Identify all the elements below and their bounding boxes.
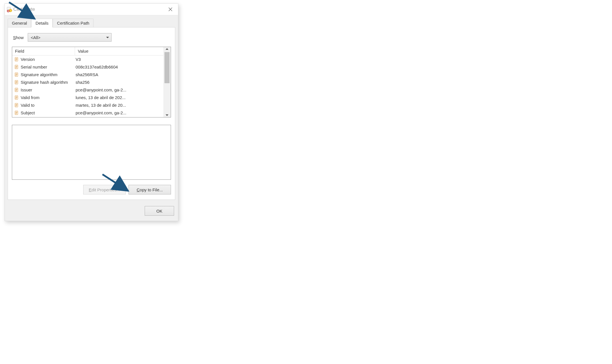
svg-rect-21: [16, 90, 17, 90]
show-filter-row: Show <All>: [13, 33, 171, 42]
svg-rect-30: [16, 106, 17, 106]
svg-rect-6: [16, 60, 17, 60]
svg-rect-10: [16, 68, 17, 68]
annotation-arrow-tab: [8, 1, 39, 22]
property-icon: [14, 103, 19, 108]
show-label: Show: [13, 35, 24, 40]
property-icon: [14, 57, 19, 62]
close-button[interactable]: [164, 5, 177, 14]
svg-rect-20: [16, 89, 17, 89]
row-field: Signature algorithm: [12, 72, 75, 77]
fields-header: Field Value: [12, 47, 171, 55]
scroll-down-icon[interactable]: [166, 114, 168, 116]
svg-rect-4: [16, 58, 17, 59]
copy-to-file-button[interactable]: Copy to File...: [129, 185, 171, 194]
svg-line-36: [102, 174, 128, 191]
scroll-up-icon[interactable]: [166, 48, 168, 50]
svg-line-35: [9, 2, 35, 19]
header-value[interactable]: Value: [75, 47, 171, 55]
svg-rect-5: [16, 59, 17, 59]
row-value: sha256: [75, 80, 163, 85]
ok-button[interactable]: OK: [145, 206, 174, 216]
row-value: pce@anypoint.com, ga-2...: [75, 110, 163, 115]
property-icon: [14, 111, 19, 115]
table-row[interactable]: Valid fromlunes, 13 de abril de 202...: [12, 94, 163, 101]
row-field: Signature hash algorithm: [12, 80, 75, 85]
show-dropdown-value: <All>: [31, 35, 40, 40]
row-value: pce@anypoint.com, ga-2...: [75, 87, 163, 92]
svg-rect-29: [16, 105, 17, 105]
dialog-footer: OK: [5, 202, 178, 221]
row-field: Valid from: [12, 95, 75, 100]
svg-rect-12: [16, 74, 17, 74]
table-row[interactable]: Signature hash algorithmsha256: [12, 78, 163, 86]
dialog-body: General Details Certification Path Show …: [5, 15, 178, 221]
svg-rect-22: [16, 91, 17, 91]
row-field: Subject: [12, 110, 75, 115]
chevron-down-icon: [106, 37, 109, 38]
svg-rect-25: [16, 97, 17, 98]
row-field-text: Subject: [21, 110, 35, 115]
annotation-arrow-copy: [101, 173, 132, 195]
table-row[interactable]: Subjectpce@anypoint.com, ga-2...: [12, 109, 163, 117]
row-field-text: Valid from: [21, 95, 39, 100]
property-icon: [14, 72, 19, 77]
table-row[interactable]: Serial number008c3137ea62db6604: [12, 63, 163, 71]
svg-rect-33: [16, 113, 17, 113]
table-row[interactable]: Issuerpce@anypoint.com, ga-2...: [12, 86, 163, 94]
row-field-text: Serial number: [21, 65, 47, 69]
table-row[interactable]: Signature algorithmsha256RSA: [12, 71, 163, 78]
row-value: 008c3137ea62db6604: [75, 65, 163, 69]
svg-rect-28: [16, 104, 17, 104]
field-detail-box: [12, 125, 171, 180]
svg-rect-8: [16, 66, 17, 66]
panel-button-row: Edit Properties... Copy to File...: [12, 185, 171, 194]
scrollbar[interactable]: [163, 47, 171, 117]
header-field[interactable]: Field: [12, 47, 75, 55]
row-field: Version: [12, 57, 75, 62]
row-value: V3: [75, 57, 163, 62]
property-icon: [14, 95, 19, 100]
svg-rect-17: [16, 82, 17, 82]
row-field: Serial number: [12, 65, 75, 69]
row-value: sha256RSA: [75, 72, 163, 77]
fields-rows: VersionV3Serial number008c3137ea62db6604…: [12, 55, 163, 117]
property-icon: [14, 80, 19, 85]
show-dropdown[interactable]: <All>: [28, 33, 112, 42]
table-row[interactable]: Valid tomartes, 13 de abril de 20...: [12, 101, 163, 109]
row-field-text: Version: [21, 57, 35, 62]
property-icon: [14, 65, 19, 69]
row-field-text: Signature hash algorithm: [21, 80, 68, 85]
svg-rect-32: [16, 112, 17, 112]
svg-rect-26: [16, 98, 17, 99]
svg-rect-13: [16, 74, 17, 75]
row-field-text: Valid to: [21, 103, 35, 108]
tab-certification-path[interactable]: Certification Path: [53, 19, 93, 27]
property-icon: [14, 88, 19, 92]
row-field-text: Signature algorithm: [21, 72, 57, 77]
svg-rect-18: [16, 83, 17, 83]
certificate-dialog: Certificate General Details Certificatio…: [5, 3, 178, 221]
svg-rect-16: [16, 81, 17, 82]
row-field: Valid to: [12, 103, 75, 108]
certificate-fields-list: Field Value VersionV3Serial number008c31…: [12, 47, 171, 117]
svg-rect-9: [16, 67, 17, 67]
svg-rect-14: [16, 75, 17, 76]
details-panel: Show <All> Field Value VersionV3Serial n…: [8, 27, 175, 200]
table-row[interactable]: VersionV3: [12, 55, 163, 63]
svg-rect-24: [16, 97, 17, 97]
row-field-text: Issuer: [21, 87, 32, 92]
scroll-thumb[interactable]: [164, 52, 170, 83]
svg-rect-34: [16, 114, 17, 114]
row-value: martes, 13 de abril de 20...: [75, 103, 163, 108]
row-field: Issuer: [12, 87, 75, 92]
row-value: lunes, 13 de abril de 202...: [75, 95, 163, 100]
